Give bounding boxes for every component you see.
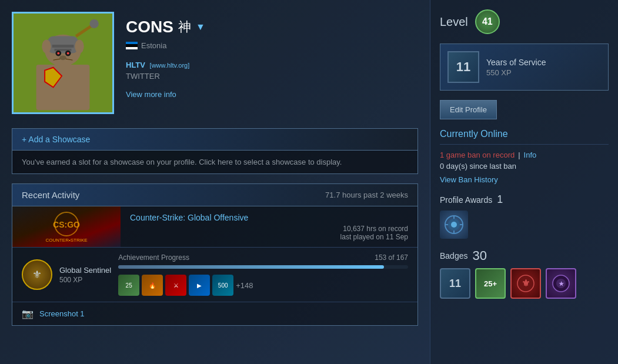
achievement-icon-5: 500: [212, 275, 233, 296]
achievement-badge-icon: ⚜: [22, 259, 52, 290]
svg-point-15: [89, 19, 98, 28]
screenshot-icon: 📷: [22, 308, 34, 319]
service-info: Years of Service 550 XP: [486, 58, 546, 77]
svg-text:⚜: ⚜: [522, 278, 530, 288]
progress-count: 153 of 167: [375, 253, 408, 262]
avatar: [14, 14, 112, 112]
edit-profile-button[interactable]: Edit Profile: [440, 100, 497, 119]
link-hltv-url: [www.hltv.org]: [150, 62, 190, 69]
left-panel: CONS 神 ▼ Estonia HLTV [www.hltv.org] TWI…: [0, 0, 430, 364]
link-twitter-label: TWITTER: [126, 72, 160, 81]
badge-item-4: ★: [546, 268, 576, 299]
activity-title: Recent Activity: [22, 190, 79, 200]
svg-rect-6: [52, 45, 74, 48]
badges-header: Badges 30: [440, 248, 609, 263]
awards-count: 1: [497, 193, 503, 206]
progress-label: Achievement Progress: [118, 253, 189, 262]
ban-line-1: 1 game ban on record | Info: [440, 151, 609, 159]
avatar-container: [12, 12, 114, 114]
activity-header: Recent Activity 71.7 hours past 2 weeks: [12, 184, 417, 206]
svg-text:CS:GO: CS:GO: [53, 220, 80, 229]
ban-info-link[interactable]: Info: [524, 151, 537, 159]
achievement-progress-section: Achievement Progress 153 of 167 25 🔥 ⚔ ▶…: [118, 253, 408, 296]
achievement-icons: 25 🔥 ⚔ ▶ 500 +148: [118, 275, 408, 296]
link-hltv-label: HLTV: [126, 61, 145, 69]
game-stats: 10,637 hrs on record last played on 11 S…: [130, 225, 408, 241]
badges-count: 30: [472, 248, 486, 263]
achievement-icon-1: 25: [118, 275, 139, 296]
badges-label: Badges: [440, 251, 467, 261]
username-kanji: 神: [178, 18, 191, 36]
badge-item-3: ⚜: [510, 268, 541, 299]
badges-row: 11 25+ ⚜ ★: [440, 268, 609, 299]
achievement-icon-4: ▶: [189, 275, 210, 296]
awards-label: Profile Awards: [440, 195, 492, 205]
svg-point-13: [75, 39, 83, 53]
username: CONS: [126, 18, 173, 36]
username-row: CONS 神 ▼: [126, 18, 205, 36]
screenshot-label: Screenshot 1: [39, 309, 85, 318]
award-icon-1: [440, 211, 468, 239]
svg-point-16: [59, 55, 66, 60]
showcase-header[interactable]: + Add a Showcase: [12, 129, 417, 151]
currently-online-title: Currently Online: [440, 129, 609, 145]
ban-line-red: 1 game ban on record: [440, 151, 515, 159]
level-section: Level 41: [440, 9, 609, 34]
service-badge: 11: [447, 51, 479, 83]
activity-section: Recent Activity 71.7 hours past 2 weeks: [12, 183, 418, 326]
achievement-badge-symbol: ⚜: [32, 268, 42, 281]
ban-separator: |: [518, 151, 520, 159]
svg-point-12: [42, 39, 51, 53]
view-more-link[interactable]: View more info: [126, 90, 205, 99]
badge-item-2: 25+: [475, 268, 506, 299]
ban-view-history-link[interactable]: View Ban History: [440, 175, 609, 184]
activity-hours: 71.7 hours past 2 weeks: [325, 191, 408, 199]
link-hltv[interactable]: HLTV [www.hltv.org]: [126, 61, 205, 69]
achievement-name: Global Sentinel: [59, 266, 111, 275]
level-label: Level: [440, 15, 468, 29]
game-thumbnail: CS:GO COUNTER•STRIKE: [12, 206, 121, 247]
currently-online-section: Currently Online 1 game ban on record | …: [440, 129, 609, 184]
showcase-section: + Add a Showcase You've earned a slot fo…: [12, 128, 418, 174]
game-name[interactable]: Counter-Strike: Global Offensive: [130, 213, 408, 222]
plus-count: +148: [236, 281, 253, 290]
progress-bar-bg: [118, 265, 408, 269]
svg-text:★: ★: [559, 280, 564, 287]
link-twitter[interactable]: TWITTER: [126, 72, 205, 81]
service-card: 11 Years of Service 550 XP: [440, 44, 609, 91]
username-dropdown-icon[interactable]: ▼: [196, 22, 205, 32]
main-container: CONS 神 ▼ Estonia HLTV [www.hltv.org] TWI…: [0, 0, 618, 364]
last-played: last played on 11 Sep: [130, 233, 408, 241]
screenshot-row[interactable]: 📷 Screenshot 1: [12, 302, 417, 325]
ban-days: 0 day(s) since last ban: [440, 162, 516, 171]
achievement-info: Global Sentinel 500 XP: [59, 266, 111, 284]
badge-item-1: 11: [440, 268, 470, 299]
achievement-icon-2: 🔥: [142, 275, 163, 296]
achievement-xp: 500 XP: [59, 276, 111, 284]
svg-point-10: [57, 52, 59, 55]
country-row: Estonia: [126, 41, 205, 50]
progress-bar-fill: [118, 265, 383, 269]
level-badge: 41: [475, 9, 500, 34]
game-item: CS:GO COUNTER•STRIKE Counter-Strike: Glo…: [12, 206, 417, 248]
svg-text:COUNTER•STRIKE: COUNTER•STRIKE: [45, 238, 87, 243]
showcase-body[interactable]: You've earned a slot for a showcase on y…: [12, 151, 417, 173]
progress-header: Achievement Progress 153 of 167: [118, 253, 408, 262]
service-xp: 550 XP: [486, 68, 546, 77]
ban-info: 1 game ban on record | Info 0 day(s) sin…: [440, 151, 609, 184]
service-title: Years of Service: [486, 58, 546, 67]
right-panel: Level 41 11 Years of Service 550 XP Edit…: [430, 0, 618, 364]
links-section: HLTV [www.hltv.org] TWITTER: [126, 61, 205, 81]
svg-point-25: [451, 222, 457, 228]
achievement-icon-3: ⚔: [165, 275, 186, 296]
country-flag-icon: [126, 42, 138, 49]
hours-on-record: 10,637 hrs on record: [130, 225, 408, 233]
country-label: Estonia: [141, 41, 166, 50]
profile-header: CONS 神 ▼ Estonia HLTV [www.hltv.org] TWI…: [12, 12, 418, 114]
achievement-row: ⚜ Global Sentinel 500 XP Achievement Pro…: [12, 248, 417, 302]
ban-line-2: 0 day(s) since last ban: [440, 162, 609, 171]
profile-info: CONS 神 ▼ Estonia HLTV [www.hltv.org] TWI…: [126, 12, 205, 99]
badges-section: Badges 30 11 25+ ⚜ ★: [440, 248, 609, 299]
game-info: Counter-Strike: Global Offensive 10,637 …: [121, 208, 417, 246]
awards-section: Profile Awards 1: [440, 193, 609, 239]
